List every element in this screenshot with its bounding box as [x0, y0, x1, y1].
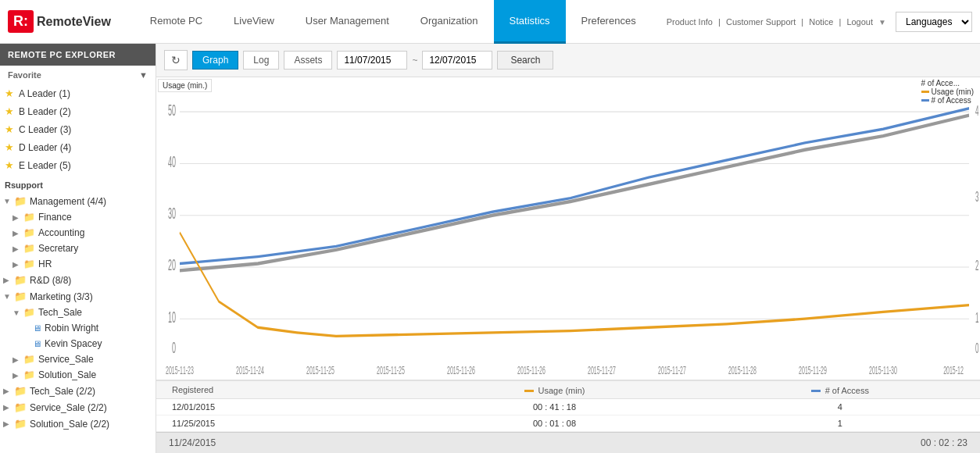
svg-text:2015-11-27: 2015-11-27: [588, 363, 616, 377]
folder-icon-accounting: 📁: [23, 227, 35, 238]
languages-select[interactable]: Languages: [896, 12, 972, 32]
svg-text:30: 30: [168, 205, 176, 222]
sidebar-item-solution-sale[interactable]: ▶ 📁 Solution_Sale: [0, 367, 156, 383]
arrow-marketing: ▼: [3, 292, 14, 301]
chart-svg: 50 40 30 20 10 0 2015-11-23 2015-11-24 2…: [156, 77, 980, 380]
svg-text:2015-12: 2015-12: [943, 363, 964, 377]
statistics-table: Registered Usage (min) # of Ac: [156, 381, 980, 433]
tab-liveview[interactable]: LiveView: [218, 0, 290, 44]
logo-text: RemoteView: [37, 15, 111, 29]
chart-legend-right: # of Acce... Usage (min) # of Access: [921, 79, 974, 105]
tab-organization[interactable]: Organization: [405, 0, 494, 44]
svg-text:2015-11-26: 2015-11-26: [447, 363, 475, 377]
sidebar-item-accounting[interactable]: ▶ 📁 Accounting: [0, 225, 156, 241]
logo-r: R:: [8, 10, 34, 33]
robin-wright-label: Robin Wright: [45, 323, 98, 334]
folder-icon-tech-sale2: 📁: [14, 385, 27, 397]
legend-usage-label: Usage (min): [932, 87, 974, 96]
refresh-button[interactable]: ↻: [164, 50, 188, 70]
link-customer-support[interactable]: Customer Support: [726, 17, 796, 27]
folder-icon-service-sale: 📁: [23, 354, 35, 365]
hr-label: HR: [38, 259, 52, 269]
sidebar-item-kevin-spacey[interactable]: 🖥 Kevin Spacey: [0, 336, 156, 351]
svg-text:2015-11-23: 2015-11-23: [166, 363, 194, 377]
favorite-item-d[interactable]: ★ D Leader (4): [0, 138, 156, 156]
log-button[interactable]: Log: [243, 51, 279, 70]
svg-text:0: 0: [172, 339, 176, 356]
management-label: Management (4/4): [30, 196, 106, 207]
sidebar-item-robin-wright[interactable]: 🖥 Robin Wright: [0, 320, 156, 336]
star-icon-e: ★: [5, 159, 14, 171]
tab-user-management[interactable]: User Management: [290, 0, 405, 44]
tech-sale-label: Tech_Sale: [38, 307, 82, 318]
th-usage: Usage (min): [409, 381, 699, 399]
svg-text:50: 50: [168, 102, 176, 119]
link-logout[interactable]: Logout: [846, 17, 873, 27]
chart-y-label-right: # of Acce...: [921, 79, 974, 87]
sidebar: REMOTE PC EXPLORER Favorite ▼ ★ A Leader…: [0, 44, 156, 453]
svg-text:2015-11-26: 2015-11-26: [517, 363, 545, 377]
favorite-item-a[interactable]: ★ A Leader (1): [0, 84, 156, 102]
sidebar-item-service-sale2[interactable]: ▶ 📁 Service_Sale (2/2): [0, 399, 156, 416]
top-bar: R: RemoteView Remote PC LiveView User Ma…: [0, 0, 980, 44]
link-notice[interactable]: Notice: [809, 17, 833, 27]
star-icon-d: ★: [5, 141, 14, 153]
sidebar-item-secretary[interactable]: ▶ 📁 Secretary: [0, 241, 156, 256]
favorite-item-c[interactable]: ★ C Leader (3): [0, 120, 156, 138]
access-legend-header: # of Access: [811, 386, 869, 395]
sidebar-item-tech-sale2[interactable]: ▶ 📁 Tech_Sale (2/2): [0, 383, 156, 399]
favorite-collapse-icon[interactable]: ▼: [139, 70, 148, 80]
td-date-2: 11/25/2015: [156, 416, 409, 432]
link-product-info[interactable]: Product Info: [667, 17, 713, 27]
folder-icon-marketing: 📁: [14, 291, 27, 302]
assets-button[interactable]: Assets: [284, 51, 332, 70]
date-from-input[interactable]: [337, 51, 407, 70]
date-to-input[interactable]: [422, 51, 492, 70]
td-access-1: 4: [700, 399, 980, 416]
sidebar-item-tech-sale[interactable]: ▼ 📁 Tech_Sale: [0, 305, 156, 320]
sidebar-item-rd[interactable]: ▶ 📁 R&D (8/8): [0, 272, 156, 288]
solution-sale-label: Solution_Sale: [38, 369, 96, 380]
svg-text:2015-11-29: 2015-11-29: [799, 363, 827, 377]
favorite-item-b[interactable]: ★ B Leader (2): [0, 102, 156, 120]
toolbar: ↻ Graph Log Assets ~ Search: [156, 44, 980, 77]
arrow-service-sale: ▶: [13, 355, 23, 364]
marketing-label: Marketing (3/3): [30, 291, 93, 302]
arrow-accounting: ▶: [13, 229, 23, 237]
tab-statistics[interactable]: Statistics: [494, 0, 566, 44]
favorite-item-e[interactable]: ★ E Leader (5): [0, 156, 156, 174]
secretary-label: Secretary: [38, 243, 78, 254]
td-usage-2: 00 : 01 : 08: [409, 416, 699, 432]
bottom-bar: 11/24/2015 00 : 02 : 23: [156, 432, 980, 453]
arrow-hr: ▶: [13, 260, 23, 269]
svg-text:2015-11-25: 2015-11-25: [377, 363, 405, 377]
tech-sale2-label: Tech_Sale (2/2): [30, 386, 95, 397]
monitor-icon-robin: 🖥: [33, 323, 41, 333]
arrow-solution-sale2: ▶: [3, 419, 14, 428]
graph-button[interactable]: Graph: [192, 51, 238, 70]
arrow-solution-sale: ▶: [13, 371, 23, 380]
folder-icon-hr: 📁: [23, 259, 35, 269]
tab-remote-pc[interactable]: Remote PC: [134, 0, 218, 44]
svg-text:0: 0: [975, 341, 979, 356]
sidebar-item-marketing[interactable]: ▼ 📁 Marketing (3/3): [0, 288, 156, 305]
tab-preferences[interactable]: Preferences: [566, 0, 652, 44]
svg-text:3: 3: [975, 190, 979, 205]
search-button[interactable]: Search: [497, 51, 553, 70]
sidebar-item-service-sale[interactable]: ▶ 📁 Service_Sale: [0, 351, 156, 367]
sidebar-item-hr[interactable]: ▶ 📁 HR: [0, 256, 156, 272]
folder-icon-solution-sale: 📁: [23, 369, 35, 380]
sidebar-item-finance[interactable]: ▶ 📁 Finance: [0, 209, 156, 225]
sidebar-item-management[interactable]: ▼ 📁 Management (4/4): [0, 193, 156, 209]
table-body: 12/01/2015 00 : 41 : 18 4 11/25/2015 00 …: [156, 399, 980, 432]
svg-text:2015-11-24: 2015-11-24: [236, 363, 264, 377]
arrow-secretary: ▶: [13, 244, 23, 253]
th-usage-label: Usage (min): [538, 386, 585, 395]
main-nav: Remote PC LiveView User Management Organ…: [134, 0, 652, 44]
arrow-service-sale2: ▶: [3, 403, 14, 412]
table-row: 12/01/2015 00 : 41 : 18 4: [156, 399, 980, 416]
favorite-label-d: D Leader (4): [19, 142, 71, 153]
folder-icon-tech-sale: 📁: [23, 307, 35, 318]
sidebar-item-solution-sale2[interactable]: ▶ 📁 Solution_Sale (2/2): [0, 416, 156, 432]
chart-table: Registered Usage (min) # of Ac: [156, 380, 980, 433]
